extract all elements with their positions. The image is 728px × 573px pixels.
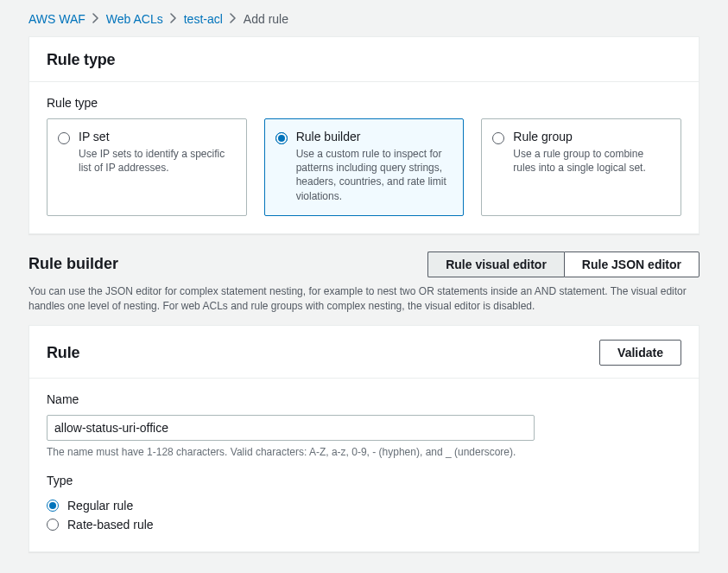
tile-title: Rule group — [513, 130, 668, 143]
tab-visual-editor[interactable]: Rule visual editor — [427, 251, 564, 277]
section-title-rule-builder: Rule builder — [28, 255, 118, 273]
rule-name-input[interactable] — [47, 415, 535, 441]
tile-rule-group[interactable]: Rule group Use a rule group to combine r… — [481, 118, 681, 216]
breadcrumb-link-aws-waf[interactable]: AWS WAF — [28, 12, 85, 26]
chevron-right-icon — [170, 12, 177, 26]
tile-ip-set[interactable]: IP set Use IP sets to identify a specifi… — [47, 118, 247, 216]
breadcrumb-current: Add rule — [244, 12, 288, 26]
tile-title: Rule builder — [296, 130, 452, 143]
breadcrumb: AWS WAF Web ACLs test-acl Add rule — [8, 9, 720, 36]
panel-title-rule-type: Rule type — [47, 51, 115, 69]
field-label-name: Name — [47, 392, 681, 406]
chevron-right-icon — [92, 12, 99, 26]
tab-json-editor[interactable]: Rule JSON editor — [564, 251, 700, 277]
rule-type-panel: Rule type Rule type IP set Use IP sets t… — [28, 36, 700, 234]
name-hint: The name must have 1-128 characters. Val… — [47, 446, 681, 458]
editor-help-text: You can use the JSON editor for complex … — [28, 284, 700, 314]
radio-rate-based-rule[interactable]: Rate-based rule — [47, 515, 681, 534]
radio-icon — [275, 132, 288, 144]
radio-label: Rate-based rule — [67, 518, 154, 532]
rule-panel: Rule Validate Name The name must have 1-… — [28, 325, 700, 552]
editor-toggle: Rule visual editor Rule JSON editor — [427, 251, 700, 277]
radio-regular-rule[interactable]: Regular rule — [47, 496, 681, 515]
validate-button[interactable]: Validate — [599, 340, 681, 366]
radio-icon — [47, 500, 59, 512]
field-label-type: Type — [47, 474, 681, 487]
radio-icon — [492, 132, 504, 144]
radio-icon — [47, 519, 59, 531]
radio-icon — [58, 132, 70, 144]
breadcrumb-link-test-acl[interactable]: test-acl — [184, 12, 223, 26]
tile-desc: Use IP sets to identify a specific list … — [79, 147, 234, 175]
breadcrumb-link-web-acls[interactable]: Web ACLs — [106, 12, 163, 26]
field-label-rule-type: Rule type — [47, 96, 681, 110]
tile-desc: Use a custom rule to inspect for pattern… — [296, 147, 452, 203]
tile-desc: Use a rule group to combine rules into a… — [513, 147, 668, 175]
tile-rule-builder[interactable]: Rule builder Use a custom rule to inspec… — [264, 118, 465, 216]
tile-title: IP set — [79, 130, 234, 143]
chevron-right-icon — [230, 12, 237, 26]
radio-label: Regular rule — [67, 499, 133, 513]
panel-title-rule: Rule — [47, 344, 79, 362]
